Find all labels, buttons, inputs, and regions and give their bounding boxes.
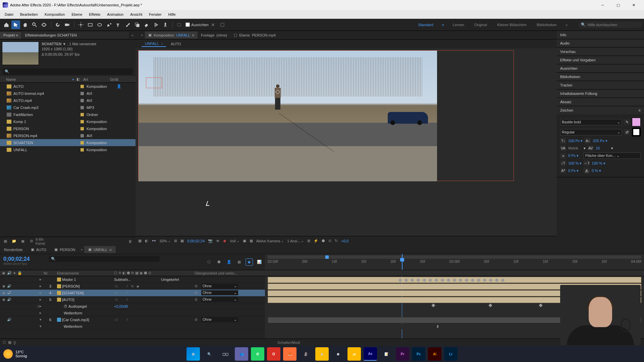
fill-over-stroke-dropdown[interactable]: Fläche über Kon... ⌄ [584, 153, 641, 159]
motion-blur-icon[interactable]: ◉ [246, 258, 253, 266]
kerning-value[interactable]: Metrik [568, 146, 582, 150]
flow-tab-unfall[interactable]: UNFALL‹ [142, 41, 166, 47]
project-item[interactable]: UNFALL Komposition [0, 146, 136, 153]
keyframe[interactable] [404, 278, 408, 282]
project-item[interactable]: PERSON Komposition [0, 125, 136, 132]
project-search[interactable]: 🔍 [3, 68, 133, 75]
label-swatch[interactable] [80, 120, 84, 123]
work-area-start[interactable] [325, 255, 329, 259]
layer-6-row[interactable]: 🔊 ▾ 6 [Car Crash.mp3] ⬡/ ⊘Ohne⌄ [0, 316, 265, 323]
teams-icon[interactable]: 👥 [235, 347, 248, 361]
audiopegel-value[interactable]: +0,00dB [114, 304, 161, 308]
project-item[interactable]: AUTO Komposition 👤 [0, 83, 136, 90]
new-folder-icon[interactable]: 📁 [11, 238, 17, 245]
home-tool[interactable] [2, 20, 11, 29]
tab-auto[interactable]: ▣AUTO [27, 246, 50, 253]
keyframe[interactable] [434, 278, 438, 282]
rotate-tool[interactable] [53, 20, 62, 29]
comp-tab-unfall[interactable]: ▣ Komposition UNFALL ≡ [145, 32, 198, 39]
parent-dropdown[interactable]: Ohne⌄ [201, 297, 238, 302]
bit-depth[interactable]: 8-Bit-Kanal [37, 238, 44, 245]
panel-ausrichten[interactable]: Ausrichten [557, 64, 644, 72]
exposure[interactable]: +0,0 [341, 239, 348, 243]
panel-info[interactable]: Info [557, 31, 644, 39]
keyframe[interactable] [452, 278, 456, 282]
illustrator-icon[interactable]: Ai [428, 347, 441, 361]
audio-toggle[interactable]: 🔊 [7, 284, 11, 289]
menu-hilfe[interactable]: Hilfe [165, 11, 179, 17]
zoom-tool[interactable] [30, 20, 39, 29]
resolution-dropdown[interactable]: Voll ⌄ [230, 239, 239, 243]
layer-tab[interactable]: ▢ Ebene PERSON.mp4 [230, 32, 279, 39]
project-item[interactable]: AUTO bremst.mp4 AVI [0, 90, 136, 97]
time-ruler[interactable]: 02:00f05f10f15f20f25f03:00f05f10f15f20f2… [265, 254, 644, 270]
tab-menu-icon[interactable]: ≡ [192, 33, 194, 37]
mask-icon[interactable]: 👓 [152, 239, 156, 243]
keyframe[interactable] [501, 278, 504, 282]
keyframe[interactable] [428, 278, 432, 282]
stopwatch-icon[interactable]: ⏱ [64, 304, 67, 308]
toggle-switches-icon[interactable]: ⬡ [3, 340, 6, 345]
timeline-icon[interactable]: ⊙ [328, 239, 331, 243]
px-aspect-icon[interactable]: ⊞ [307, 239, 310, 243]
panel-inhaltsbasierte[interactable]: Inhaltsbasierte Füllung [557, 89, 644, 98]
snapshot-icon[interactable]: 📷 [208, 239, 213, 243]
eraser-tool[interactable] [142, 20, 151, 29]
keyframe[interactable] [410, 278, 414, 282]
help-search[interactable]: 🔍 Hilfe durchsuchen [578, 21, 642, 28]
photoshop-icon[interactable]: Ps [412, 347, 425, 361]
menu-komposition[interactable]: Komposition [41, 11, 68, 17]
app-figure-icon[interactable]: 🗿 [299, 347, 313, 361]
label-swatch[interactable] [80, 113, 84, 116]
res-icon[interactable]: ⊞ [174, 239, 177, 243]
work-area-bar[interactable] [268, 255, 641, 259]
audio-toggle[interactable]: 🔊 [7, 297, 11, 302]
workspace-standard[interactable]: Standard [417, 21, 435, 28]
workspace-original[interactable]: Original [473, 21, 488, 28]
project-tab[interactable]: Projekt ≡ [0, 32, 22, 39]
panel-zeichen-header[interactable]: Zeichen≡ [557, 106, 644, 114]
selection-tool[interactable] [11, 20, 20, 29]
3d-icon[interactable]: ⬢ [322, 239, 325, 243]
current-time[interactable]: 0;00;02;24 [187, 239, 205, 243]
font-family-dropdown[interactable]: Bastile bold ⌄ [560, 119, 622, 125]
fill-color-swatch[interactable] [632, 118, 641, 126]
keyframe[interactable] [416, 278, 420, 282]
color-mgmt-icon[interactable]: ◉ [223, 239, 226, 243]
layer-row[interactable]: ◉🔊 ▸ 3 [PERSON] ⬡/fx◉ ⊘Ohne⌄ [0, 283, 265, 290]
workspace-bibliotheken[interactable]: Bibliotheken [535, 21, 558, 28]
tab-person[interactable]: ▣PERSON [50, 246, 79, 253]
dropdown-icon[interactable]: ▼ [62, 42, 66, 46]
menu-effekte[interactable]: Effekte [86, 11, 104, 17]
parent-dropdown[interactable]: Ohne⌄ [201, 290, 238, 295]
notes-icon[interactable]: 📝 [380, 347, 393, 361]
timeline-search[interactable]: 🔍 [49, 256, 160, 262]
draft-3d-icon[interactable]: ⬢ [215, 258, 223, 266]
pickwhip-icon[interactable]: ⊘ [195, 291, 199, 295]
eyedropper-icon[interactable]: ✎ [624, 119, 630, 125]
interpret-footage-icon[interactable]: ▦ [2, 238, 9, 245]
snap-options-icon[interactable] [209, 20, 217, 29]
firefox-icon[interactable]: 🦊 [283, 347, 297, 361]
parent-dropdown[interactable]: Ohne⌄ [201, 317, 238, 322]
col-type[interactable]: Art [83, 77, 110, 81]
flow-tab-auto[interactable]: AUTO [167, 41, 184, 47]
label-swatch[interactable] [80, 148, 84, 152]
keyframe[interactable] [489, 278, 492, 282]
search-button[interactable]: 🔍 [203, 347, 216, 361]
roto-tool[interactable] [152, 20, 160, 29]
playhead[interactable] [402, 254, 402, 270]
expand-toggle[interactable]: ▸ [27, 291, 44, 295]
layer-label-color[interactable] [57, 298, 61, 302]
tab-close-icon[interactable]: × [139, 33, 145, 37]
audio-toggle[interactable]: 🔊 [7, 291, 11, 295]
track-mask[interactable] [268, 277, 641, 283]
pickwhip-icon[interactable]: ⊘ [195, 297, 199, 302]
shy-icon[interactable]: 👤 [225, 258, 233, 266]
panel-effekte[interactable]: Effekte und Vorgaben [557, 56, 644, 64]
clone-tool[interactable] [133, 20, 142, 29]
whatsapp-icon[interactable]: ✆ [251, 347, 264, 361]
keyframe[interactable] [398, 278, 402, 282]
start-button[interactable]: ⊞ [186, 347, 200, 361]
keyframe[interactable] [422, 278, 426, 282]
